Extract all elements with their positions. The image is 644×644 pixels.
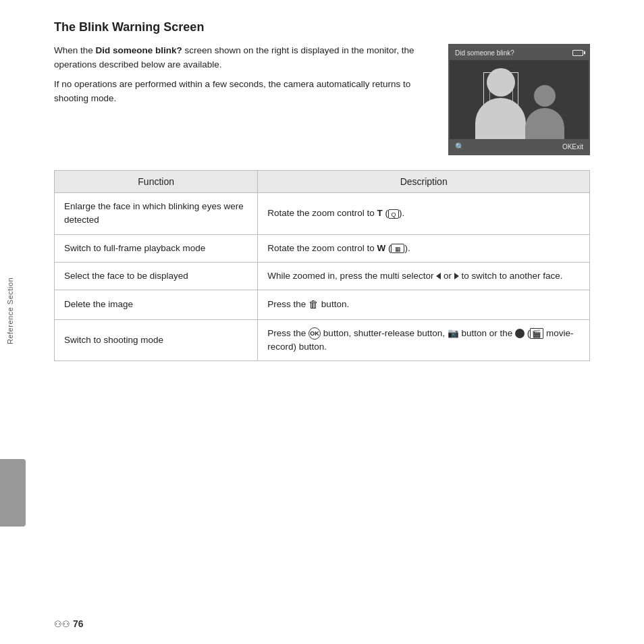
table-cell-function: Switch to full-frame playback mode: [55, 234, 258, 262]
footer-icon: ⚇⚇: [54, 619, 70, 629]
camera-zoom-icon: 🔍: [455, 142, 464, 151]
table-cell-description: Press the 🗑 button.: [258, 290, 590, 320]
intro-prefix: When the: [54, 45, 96, 55]
zoom-W-icon: ▦: [391, 244, 404, 253]
camera-icon: 📷: [448, 328, 459, 338]
zoom-T-label: T: [377, 208, 382, 218]
intro-paragraph2: If no operations are performed within a …: [54, 78, 432, 106]
camera-battery-icon: [572, 50, 583, 56]
intro-block: When the Did someone blink? screen shown…: [54, 44, 448, 111]
page-number: 76: [73, 618, 84, 629]
ok-button-icon: OK: [308, 327, 321, 340]
table-row: Switch to shooting mode Press the OK but…: [55, 319, 590, 361]
table-cell-function: Select the face to be displayed: [55, 262, 258, 290]
table-cell-function: Switch to shooting mode: [55, 319, 258, 361]
trash-icon: 🗑: [308, 298, 319, 310]
table-row: Switch to full-frame playback mode Rotat…: [55, 234, 590, 262]
col-description-header: Description: [258, 171, 590, 193]
intro-bold-text: Did someone blink?: [96, 45, 182, 55]
arrow-right-icon: [454, 273, 459, 279]
camera-screen-mockup: Did someone blink?: [448, 44, 590, 155]
table-row: Enlarge the face in which blinking eyes …: [55, 193, 590, 235]
camera-body: [450, 60, 589, 139]
left-tab: [0, 459, 26, 527]
person-main-body: [475, 98, 526, 139]
camera-bottom-bar: 🔍 OKExit: [450, 139, 589, 154]
intro-paragraph1: When the Did someone blink? screen shown…: [54, 44, 432, 72]
table-cell-function: Delete the image: [55, 290, 258, 320]
movie-record-icon: 🎬: [530, 328, 543, 339]
zoom-W-label: W: [377, 243, 385, 253]
table-cell-description: Rotate the zoom control to W (▦).: [258, 234, 590, 262]
camera-ok-exit-text: OKExit: [562, 143, 583, 151]
table-cell-function: Enlarge the face in which blinking eyes …: [55, 193, 258, 235]
sidebar-label-text: Reference Section: [6, 277, 14, 344]
person-secondary-body: [525, 108, 564, 139]
table-cell-description: While zoomed in, press the multi selecto…: [258, 262, 590, 290]
camera-top-bar: Did someone blink?: [450, 45, 589, 60]
table-cell-description: Press the OK button, shutter-release but…: [258, 319, 590, 361]
arrow-left-icon: [436, 273, 441, 279]
table-row: Delete the image Press the 🗑 button.: [55, 290, 590, 320]
camera-title-text: Did someone blink?: [455, 49, 514, 57]
top-section: When the Did someone blink? screen shown…: [54, 44, 590, 155]
person-main-head: [487, 68, 515, 97]
col-function-header: Function: [55, 171, 258, 193]
page-content: The Blink Warning Screen When the Did so…: [0, 0, 644, 402]
zoom-T-icon: Q: [388, 209, 399, 219]
person-secondary-head: [534, 85, 556, 107]
page-footer: ⚇⚇ 76: [54, 618, 84, 629]
table-cell-description: Rotate the zoom control to T (Q).: [258, 193, 590, 235]
sidebar-label-container: Reference Section: [0, 257, 20, 365]
page-title: The Blink Warning Screen: [54, 20, 590, 34]
person-secondary: [522, 85, 566, 139]
person-main: [472, 68, 529, 139]
circle-icon: [515, 329, 525, 338]
table-row: Select the face to be displayed While zo…: [55, 262, 590, 290]
silhouette-container: [450, 60, 589, 139]
table-header-row: Function Description: [55, 171, 590, 193]
info-table: Function Description Enlarge the face in…: [54, 170, 590, 361]
